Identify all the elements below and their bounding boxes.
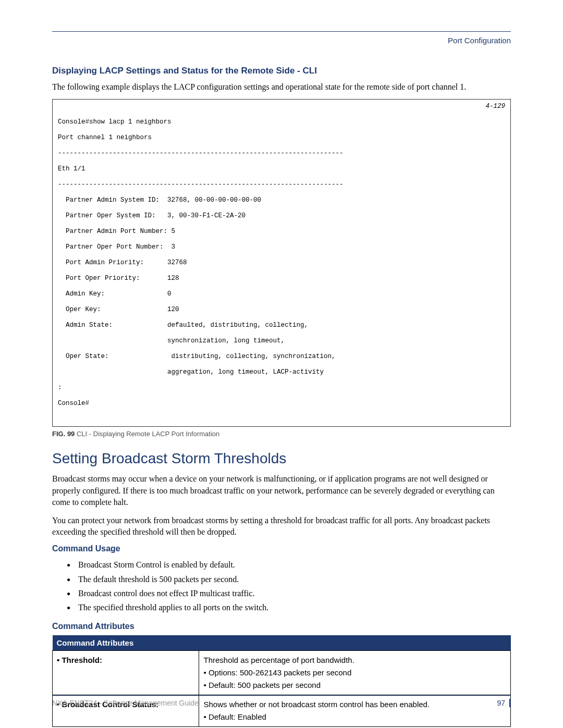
cli-page-ref: 4-129 <box>485 103 505 110</box>
cli-line: Console#show lacp 1 neighbors <box>58 118 505 126</box>
main-heading-broadcast: Setting Broadcast Storm Thresholds <box>52 450 511 467</box>
cli-line: Admin Key: 0 <box>58 290 505 298</box>
page-footer: NXA-ENET24 - Software Management Guide 9… <box>52 695 511 707</box>
cli-line: synchronization, long timeout, <box>58 337 505 345</box>
cli-line: Port Admin Priority: 32768 <box>58 259 505 267</box>
table-row: • Threshold: Threshold as percentage of … <box>53 651 511 695</box>
intro-paragraph: The following example displays the LACP … <box>52 81 511 93</box>
attributes-table: Command Attributes • Threshold: Threshol… <box>52 635 511 727</box>
cli-line: Oper State: distributing, collecting, sy… <box>58 353 505 361</box>
cli-output-block: 4-129 Console#show lacp 1 neighbors Port… <box>52 99 511 427</box>
figure-caption: FIG. 99 CLI - Displaying Remote LACP Por… <box>52 430 511 438</box>
cli-line: Partner Admin Port Number: 5 <box>58 228 505 236</box>
body-paragraph: Broadcast storms may occur when a device… <box>52 473 511 508</box>
cli-line: Port Oper Priority: 128 <box>58 275 505 282</box>
attr-desc: Threshold as percentage of port bandwidt… <box>199 651 511 695</box>
list-item: Broadcast Storm Control is enabled by de… <box>78 558 511 572</box>
cli-line: ----------------------------------------… <box>58 181 505 189</box>
cli-line: Partner Admin System ID: 32768, 00-00-00… <box>58 196 505 204</box>
body-paragraph: You can protect your network from broadc… <box>52 515 511 538</box>
table-header: Command Attributes <box>53 635 511 651</box>
cli-line: Admin State: defaulted, distributing, co… <box>58 322 505 329</box>
section-heading-lacp: Displaying LACP Settings and Status for … <box>52 66 511 76</box>
subheading-usage: Command Usage <box>52 544 511 553</box>
subheading-attributes: Command Attributes <box>52 622 511 631</box>
cli-line: aggregation, long timeout, LACP-activity <box>58 368 505 376</box>
list-item: Broadcast control does not effect IP mul… <box>78 586 511 600</box>
figure-text: CLI - Displaying Remote LACP Port Inform… <box>75 430 219 438</box>
cli-line: Partner Oper System ID: 3, 00-30-F1-CE-2… <box>58 212 505 220</box>
footer-page-number: 97 <box>497 699 511 707</box>
attr-label: • Threshold: <box>53 651 199 695</box>
footer-doc-title: NXA-ENET24 - Software Management Guide <box>52 699 199 707</box>
cli-line: Port channel 1 neighbors <box>58 134 505 142</box>
cli-line: Oper Key: 120 <box>58 306 505 314</box>
cli-line: Console# <box>58 400 505 408</box>
cli-line: : <box>58 384 505 392</box>
usage-list: Broadcast Storm Control is enabled by de… <box>52 558 511 614</box>
figure-number: FIG. 99 <box>52 430 75 438</box>
cli-line: ----------------------------------------… <box>58 150 505 157</box>
list-item: The default threshold is 500 packets per… <box>78 572 511 586</box>
cli-line: Partner Oper Port Number: 3 <box>58 243 505 251</box>
header-section: Port Configuration <box>52 36 511 45</box>
cli-line: Eth 1/1 <box>58 165 505 173</box>
list-item: The specified threshold applies to all p… <box>78 600 511 614</box>
